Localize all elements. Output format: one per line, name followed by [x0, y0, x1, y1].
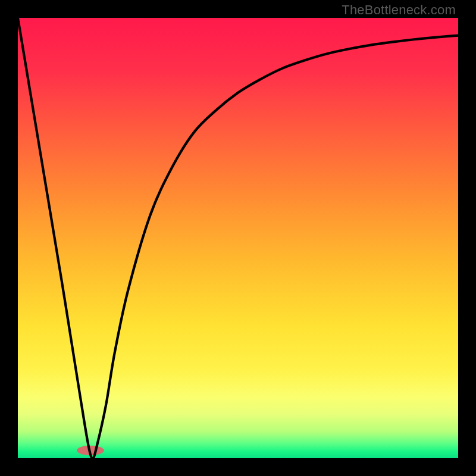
watermark-text: TheBottleneck.com	[342, 2, 456, 18]
curve-layer	[18, 18, 458, 458]
plot-area	[18, 18, 458, 458]
chart-frame: TheBottleneck.com	[0, 0, 476, 476]
bottleneck-curve	[18, 18, 458, 458]
